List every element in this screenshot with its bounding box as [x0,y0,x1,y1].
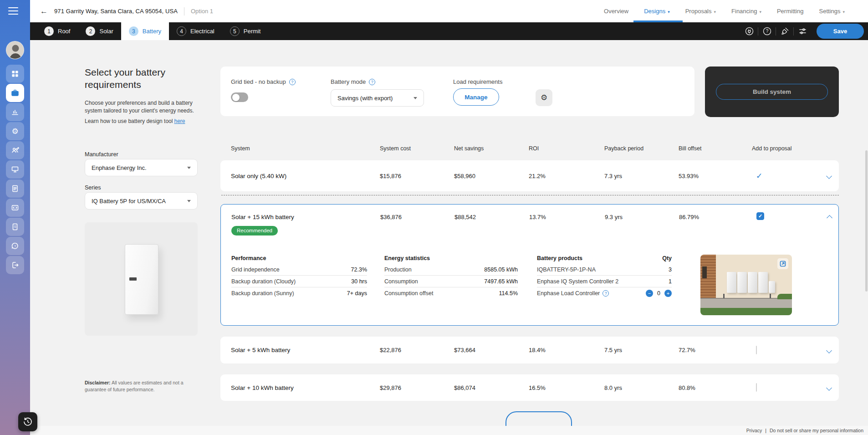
avatar[interactable] [6,41,24,59]
add-to-proposal-checkbox[interactable] [756,383,757,392]
tab-roof[interactable]: 1 Roof [36,22,78,40]
option-label[interactable]: Option 1 [191,8,213,15]
build-system-button[interactable]: Build system [716,84,828,100]
series-select[interactable]: IQ Battery 5P for US/MX/CA [85,192,198,210]
external-link-icon[interactable] [777,258,788,269]
svg-text:S: S [14,225,16,228]
tab-solar[interactable]: 2 Solar [78,22,121,40]
history-button[interactable] [18,412,37,431]
product-row: Enphase IQ System Controller 2 1 [537,276,672,287]
chevron-down-icon [187,200,191,202]
image-grass-mound [777,294,792,299]
payback-period: 7.5 yrs [594,347,668,353]
stat-value: 7497.65 kWh [484,278,518,285]
manufacturer-select[interactable]: Enphase Energy Inc. [85,159,198,176]
chevron-down-icon[interactable] [826,173,832,179]
table-row-solar-10kwh[interactable]: Solar + 10 kWh battery $29,876 $86,074 1… [220,374,839,401]
table-row-solar-5kwh[interactable]: Solar + 5 kWh battery $22,876 $73,664 18… [220,337,839,363]
sidebar-item-analytics[interactable] [6,103,24,121]
advanced-settings-button[interactable]: ⚙ [536,89,552,106]
table-row-solar-15kwh-expanded[interactable]: Solar + 15 kWh battery $36,876 $88,542 1… [220,204,839,326]
chevron-up-icon[interactable] [827,215,832,221]
sidebar-item-documents[interactable] [6,179,24,198]
footer-separator: | [765,428,766,433]
sidebar-item-invoices[interactable]: S [6,218,24,236]
payback-period: 9.3 yrs [594,205,669,220]
roi: 18.4% [518,347,594,353]
sidebar-item-settings[interactable]: ⚙ [6,122,24,140]
stat-value: 72.3% [351,266,367,273]
nav-proposals[interactable]: Proposals ▾ [685,0,716,22]
sidebar-item-presentations[interactable] [6,160,24,179]
stat-value: 114.5% [499,290,518,297]
plug-status-icon[interactable] [740,22,758,40]
chevron-down-icon[interactable] [826,348,832,353]
increment-button[interactable]: + [664,290,672,297]
chevron-down-icon[interactable] [826,385,832,391]
sidebar-item-projects[interactable] [6,84,24,102]
toggle-knob [232,94,240,101]
net-savings: $58,960 [444,173,518,179]
info-icon[interactable]: ? [289,79,296,85]
step-number: 3 [129,26,138,36]
tab-permit[interactable]: 5 Permit [222,22,269,40]
product-name: Enphase Load Controller [537,290,600,297]
learn-more-link[interactable]: here [174,118,185,124]
document-icon [10,184,20,193]
bill-offset: 80.8% [668,384,741,391]
sidebar-nav: ⚙ [6,65,24,274]
logout-icon [10,261,20,270]
grid-tied-toggle[interactable] [231,92,248,102]
info-icon[interactable]: ? [602,290,609,297]
nav-financing[interactable]: Financing ▾ [731,0,761,22]
stat-row: Backup duration (Sunny) 7+ days [231,287,367,299]
nav-permitting[interactable]: Permitting [777,0,804,22]
info-icon[interactable]: ? [369,79,375,85]
added-check-icon[interactable]: ✓ [756,172,762,180]
tab-electrical[interactable]: 4 Electrical [169,22,222,40]
energy-statistics-section: Energy statistics Production 8585.05 kWh… [384,253,518,299]
sidebar-item-integrations[interactable] [6,199,24,217]
menu-icon[interactable] [7,5,19,15]
sidebar-item-help[interactable]: ? [6,237,24,255]
nav-settings[interactable]: Settings ▾ [819,0,845,22]
back-arrow-icon[interactable]: ← [40,7,48,16]
image-battery-units [727,272,775,293]
manage-button[interactable]: Manage [453,88,499,106]
net-savings: $86,074 [444,384,518,391]
product-qty: 3 [669,266,672,273]
nav-financing-label: Financing [731,8,757,15]
nav-designs[interactable]: Designs ▾ [644,0,670,22]
add-to-proposal-checkbox[interactable]: ✓ [756,212,764,220]
stat-label: Backup duration (Cloudy) [231,278,296,285]
scrollbar[interactable] [865,150,868,292]
tab-battery[interactable]: 3 Battery [121,22,169,40]
table-row-solar-only[interactable]: Solar only (5.40 kW) $15,876 $58,960 21.… [220,160,839,191]
decrement-button[interactable]: − [646,290,653,297]
grid-tied-label: Grid tied - no backup [231,78,286,85]
series-value: IQ Battery 5P for US/MX/CA [92,198,166,205]
battery-mode-select[interactable]: Savings (with export) [331,89,424,107]
sidebar-item-logout[interactable] [6,256,24,274]
dashboard-icon [10,69,20,78]
load-requirements-label-row: Load requirements [453,78,502,85]
add-to-proposal-checkbox[interactable] [756,346,757,354]
col-header-system: System [220,145,369,152]
save-button[interactable]: Save [817,24,864,39]
performance-section: Performance Grid independence 72.3% Back… [231,253,367,299]
payback-period: 7.3 yrs [594,173,668,179]
svg-text:?: ? [766,29,768,34]
manufacturer-value: Enphase Energy Inc. [92,164,147,171]
invoice-icon: S [10,222,20,231]
sliders-icon[interactable] [794,22,811,40]
privacy-link[interactable]: Privacy [746,428,762,433]
nav-overview[interactable]: Overview [604,0,628,22]
sidebar-item-team[interactable] [6,141,24,159]
sidebar-item-dashboard[interactable] [6,65,24,83]
stat-label: Production [384,266,412,273]
product-row: Enphase Load Controller ? − 0 + [537,287,672,299]
help-icon[interactable]: ? [758,22,776,40]
cleanup-brush-icon[interactable] [776,22,793,40]
nav-designs-label: Designs [644,8,665,15]
do-not-sell-link[interactable]: Do not sell or share my personal informa… [770,428,863,433]
